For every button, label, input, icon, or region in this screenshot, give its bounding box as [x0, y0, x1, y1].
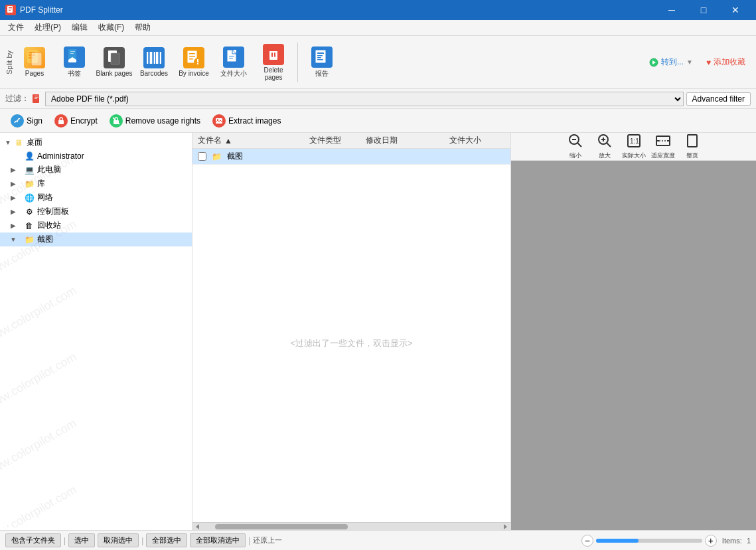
scroll-thumb[interactable]	[215, 524, 348, 529]
tree-item-desktop[interactable]: ▼ 🖥 桌面	[0, 136, 192, 149]
maximize-button[interactable]: □	[688, 0, 719, 20]
svg-rect-3	[9, 10, 11, 11]
zoom-minus-button[interactable]: −	[581, 535, 593, 547]
remove-rights-icon	[110, 114, 123, 128]
items-label: Items: 1	[722, 537, 751, 545]
favorite-label: 添加收藏	[714, 56, 745, 68]
svg-rect-47	[58, 120, 64, 124]
tree-item-screenshots[interactable]: ▼ 📁 截图	[0, 232, 192, 246]
by-invoice-icon	[183, 47, 204, 68]
report-label: 报告	[315, 69, 329, 78]
add-favorite-button[interactable]: ♥ 添加收藏	[701, 54, 751, 70]
expand-control-panel: ▶	[3, 208, 24, 215]
close-button[interactable]: ✕	[720, 0, 751, 20]
zoom-slider[interactable]	[596, 539, 702, 543]
sign-button[interactable]: Sign	[5, 112, 48, 130]
tree-item-library[interactable]: ▶ 📁 库	[0, 177, 192, 191]
col-header-date[interactable]: 修改日期	[366, 135, 449, 146]
svg-rect-27	[197, 59, 198, 62]
zoom-plus-button[interactable]: +	[705, 535, 717, 547]
action-bar: Sign Encrypt Remove usage rights Extract…	[0, 109, 756, 133]
col-header-size[interactable]: 文件大小	[449, 135, 505, 146]
svg-rect-20	[159, 52, 159, 64]
deselect-button[interactable]: 取消选中	[98, 533, 139, 547]
report-button[interactable]: 报告	[303, 40, 340, 85]
scroll-right-arrow[interactable]	[501, 523, 509, 531]
blank-pages-button[interactable]: Blank pages	[96, 40, 133, 85]
app-icon	[5, 5, 16, 15]
full-page-button[interactable]: 整页	[679, 136, 706, 158]
tree-item-network[interactable]: ▶ 🌐 网络	[0, 191, 192, 205]
go-up-link[interactable]: 还原上一	[253, 535, 282, 545]
remove-rights-button[interactable]: Remove usage rights	[104, 112, 206, 130]
svg-rect-13	[111, 53, 119, 64]
tree-item-control-panel[interactable]: ▶ ⚙ 控制面板	[0, 205, 192, 219]
filter-label: 过滤：	[5, 93, 29, 104]
goto-button[interactable]: 转到... ▼	[644, 54, 698, 70]
expand-recycle-bin: ▶	[3, 222, 24, 229]
bottom-sep-3: |	[248, 536, 250, 545]
recycle-bin-icon: 🗑	[24, 221, 35, 231]
table-row[interactable]: 📁 截图	[192, 149, 510, 165]
menu-help[interactable]: 帮助	[129, 21, 156, 35]
file-size-label: 文件大小	[220, 69, 247, 78]
horizontal-scrollbar[interactable]	[192, 522, 510, 530]
svg-rect-24	[189, 56, 195, 57]
menu-process[interactable]: 处理(P)	[29, 21, 66, 35]
this-pc-label: 此电脑	[37, 164, 61, 175]
svg-rect-28	[197, 63, 198, 64]
bookmarks-button[interactable]: 书签	[56, 40, 93, 85]
svg-text:1:1: 1:1	[630, 138, 639, 145]
svg-rect-41	[317, 59, 323, 60]
filter-message[interactable]: <过滤出了一些文件，双击显示>	[192, 165, 510, 522]
advanced-filter-button[interactable]: Advanced filter	[686, 92, 751, 106]
extract-images-icon	[212, 114, 226, 128]
sign-label: Sign	[27, 116, 42, 126]
file-size-button[interactable]: 文件大小	[215, 40, 252, 85]
svg-rect-37	[315, 50, 326, 63]
tree-item-administrator[interactable]: 👤 Administrator	[0, 149, 192, 163]
zoom-in-button[interactable]: 放大	[591, 136, 618, 158]
select-button[interactable]: 选中	[68, 533, 95, 547]
col-header-name[interactable]: 文件名 ▲	[198, 135, 309, 146]
tree-item-this-pc[interactable]: ▶ 💻 此电脑	[0, 163, 192, 177]
delete-pages-icon	[263, 44, 284, 65]
by-invoice-button[interactable]: By invoice	[175, 40, 212, 85]
recycle-bin-label: 回收站	[37, 220, 61, 231]
barcodes-label: Barcodes	[140, 70, 168, 77]
svg-rect-33	[268, 49, 279, 51]
extract-images-button[interactable]: Extract images	[207, 112, 286, 130]
blank-pages-label: Blank pages	[96, 70, 132, 77]
blank-pages-icon	[104, 47, 125, 68]
encrypt-button[interactable]: Encrypt	[49, 112, 103, 130]
bottom-sep-2: |	[141, 536, 143, 545]
network-label: 网络	[37, 192, 53, 203]
encrypt-label: Encrypt	[70, 116, 98, 126]
actual-size-button[interactable]: 1:1 实际大小	[621, 136, 647, 158]
filter-select[interactable]: Adobe PDF file (*.pdf)	[45, 92, 684, 106]
minimize-button[interactable]: ─	[656, 0, 687, 20]
pages-button[interactable]: Pages	[16, 40, 53, 85]
select-all-button[interactable]: 全部选中	[146, 533, 187, 547]
menu-file[interactable]: 文件	[3, 21, 29, 35]
barcodes-button[interactable]: Barcodes	[135, 40, 173, 85]
library-label: 库	[37, 178, 45, 189]
deselect-all-button[interactable]: 全部取消选中	[190, 533, 246, 547]
scroll-left-arrow[interactable]	[194, 523, 202, 531]
bottom-actions: 包含子文件夹 | 选中 取消选中 | 全部选中 全部取消选中 | 还原上一	[5, 533, 576, 547]
menu-edit[interactable]: 编辑	[66, 21, 93, 35]
svg-rect-34	[271, 48, 275, 49]
encrypt-icon	[54, 114, 68, 128]
include-subfolders-button[interactable]: 包含子文件夹	[5, 533, 61, 547]
zoom-out-button[interactable]: 缩小	[562, 136, 589, 158]
control-panel-icon: ⚙	[24, 207, 35, 217]
fit-width-button[interactable]: 适应宽度	[650, 136, 676, 158]
delete-pages-button[interactable]: Delete pages	[255, 40, 292, 85]
col-header-type[interactable]: 文件类型	[309, 135, 365, 146]
row-checkbox[interactable]	[198, 152, 206, 161]
preview-area	[511, 161, 756, 530]
menu-favorites[interactable]: 收藏(F)	[93, 21, 129, 35]
control-panel-label: 控制面板	[37, 206, 69, 217]
pdf-icon	[32, 94, 42, 104]
tree-item-recycle-bin[interactable]: ▶ 🗑 回收站	[0, 219, 192, 232]
